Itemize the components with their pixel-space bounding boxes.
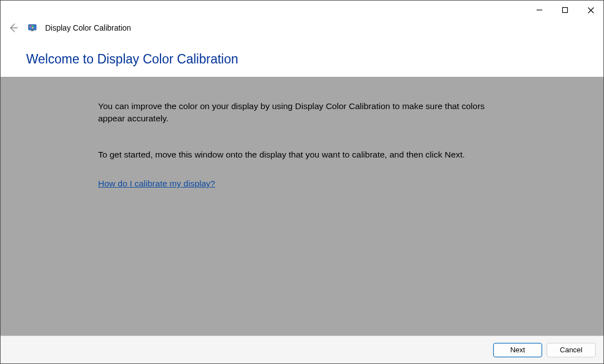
close-icon: [587, 7, 595, 14]
svg-rect-8: [30, 27, 31, 28]
maximize-button[interactable]: [552, 3, 578, 17]
svg-rect-6: [30, 26, 31, 27]
display-calibration-icon: [28, 23, 37, 32]
next-button[interactable]: Next: [493, 343, 542, 357]
page-heading: Welcome to Display Color Calibration: [26, 52, 603, 67]
minimize-icon: [536, 7, 543, 13]
header-row: Display Color Calibration: [1, 17, 603, 42]
svg-rect-7: [32, 26, 33, 27]
footer: Next Cancel: [1, 336, 603, 363]
intro-paragraph-1: You can improve the color on your displa…: [98, 100, 499, 125]
heading-area: Welcome to Display Color Calibration: [1, 42, 603, 77]
svg-rect-10: [31, 30, 33, 31]
svg-rect-1: [563, 8, 568, 13]
close-button[interactable]: [578, 3, 603, 17]
app-icon: [27, 23, 37, 33]
maximize-icon: [562, 7, 568, 13]
intro-paragraph-2: To get started, move this window onto th…: [98, 149, 499, 161]
minimize-button[interactable]: [527, 3, 552, 17]
content-panel: You can improve the color on your displa…: [1, 77, 603, 336]
back-button[interactable]: [7, 22, 20, 34]
back-arrow-icon: [8, 22, 19, 33]
titlebar: [1, 1, 603, 17]
help-link[interactable]: How do I calibrate my display?: [98, 179, 215, 189]
svg-rect-9: [32, 27, 33, 28]
app-title: Display Color Calibration: [45, 23, 131, 32]
cancel-button[interactable]: Cancel: [547, 343, 596, 357]
